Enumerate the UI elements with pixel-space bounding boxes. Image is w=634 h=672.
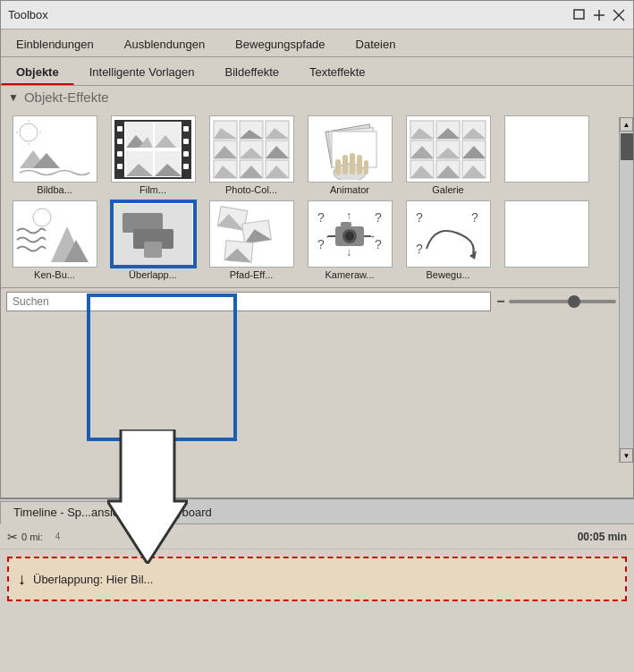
slider-minus-button[interactable]: − bbox=[496, 293, 504, 310]
tab-intelligente-vorlagen[interactable]: Intelligente Vorlagen bbox=[74, 60, 210, 85]
effect-label-kenbu: Ken-Bu... bbox=[34, 269, 75, 280]
effect-label-galerie: Galerie bbox=[432, 184, 463, 195]
ruler-start-time: 0 mi: bbox=[21, 532, 43, 542]
svg-rect-59 bbox=[342, 155, 348, 174]
tab-bewegungspfade[interactable]: Bewegungspfade bbox=[220, 32, 340, 56]
ruler-tick-4: 4 bbox=[55, 532, 61, 541]
ruler-end-time: 00:05 min bbox=[578, 531, 627, 543]
svg-text:?: ? bbox=[317, 237, 325, 251]
section-header: ▼ Objekt-Effekte bbox=[1, 86, 633, 108]
svg-rect-61 bbox=[357, 155, 362, 174]
svg-text:?: ? bbox=[416, 242, 423, 256]
effect-extra1 bbox=[498, 114, 595, 197]
pin-button[interactable] bbox=[592, 8, 606, 22]
effect-bildbahn[interactable]: Bildba... bbox=[6, 114, 103, 197]
window-title: Toolbox bbox=[8, 8, 48, 21]
svg-rect-58 bbox=[335, 159, 341, 175]
effect-label-ueberlapp: Überlapp... bbox=[129, 269, 177, 280]
svg-marker-120 bbox=[107, 430, 188, 564]
svg-text:?: ? bbox=[471, 210, 478, 225]
effect-thumb-bildbahn bbox=[13, 115, 97, 183]
effects-area: Bildba... bbox=[1, 108, 633, 287]
effect-label-animator: Animator bbox=[330, 184, 369, 195]
slider-thumb[interactable] bbox=[568, 295, 580, 308]
scroll-track[interactable] bbox=[620, 132, 633, 448]
effect-thumb-extra2 bbox=[504, 200, 589, 268]
tab-ausblendungen[interactable]: Ausblendungen bbox=[109, 32, 220, 56]
search-bar: − + bbox=[1, 287, 633, 315]
tab-row-1: Einblendungen Ausblendungen Bewegungspfa… bbox=[1, 30, 633, 57]
effect-film[interactable]: Film... bbox=[105, 114, 201, 197]
scissors-icon: ✂ bbox=[7, 530, 18, 544]
svg-rect-22 bbox=[183, 139, 189, 144]
effect-thumb-galerie bbox=[406, 115, 491, 183]
svg-rect-60 bbox=[350, 153, 355, 174]
effect-label-photo-col: Photo-Col... bbox=[225, 184, 277, 195]
svg-rect-24 bbox=[183, 164, 189, 169]
bottom-panel: Timeline - Sp...ansicht Storyboard ✂ 0 m… bbox=[0, 498, 634, 672]
svg-point-105 bbox=[345, 232, 354, 241]
svg-rect-119 bbox=[507, 204, 586, 265]
svg-rect-20 bbox=[117, 164, 123, 169]
effect-label-bewegung: Bewegu... bbox=[427, 269, 470, 280]
effect-thumb-film bbox=[111, 115, 196, 183]
effect-pfad[interactable]: Pfad-Eff... bbox=[203, 199, 300, 282]
svg-rect-21 bbox=[183, 126, 189, 132]
effect-thumb-animator bbox=[308, 115, 393, 183]
scroll-up-button[interactable]: ▲ bbox=[620, 117, 633, 132]
svg-text:?: ? bbox=[317, 210, 325, 225]
search-input[interactable] bbox=[6, 292, 491, 311]
section-title: Objekt-Effekte bbox=[24, 89, 109, 105]
effect-animator[interactable]: Animator bbox=[301, 114, 398, 197]
tab-objekte[interactable]: Objekte bbox=[1, 60, 74, 85]
scroll-down-button[interactable]: ▼ bbox=[620, 448, 633, 463]
svg-text:→: → bbox=[366, 230, 376, 242]
effect-thumb-ueberlapp bbox=[111, 200, 196, 268]
svg-rect-0 bbox=[574, 10, 584, 19]
svg-text:↑: ↑ bbox=[346, 209, 351, 222]
svg-text:?: ? bbox=[416, 210, 423, 225]
tab-einblendungen[interactable]: Einblendungen bbox=[1, 32, 109, 56]
effect-galerie[interactable]: Galerie bbox=[400, 114, 496, 197]
effect-thumb-photo-col bbox=[209, 115, 294, 183]
scroll-thumb[interactable] bbox=[621, 133, 633, 160]
tab-texteffekte[interactable]: Texteffekte bbox=[294, 60, 381, 85]
vertical-scrollbar[interactable]: ▲ ▼ bbox=[619, 117, 633, 463]
effect-label-bildbahn: Bildba... bbox=[37, 184, 72, 195]
title-bar: Toolbox bbox=[1, 1, 633, 30]
svg-rect-18 bbox=[117, 139, 123, 144]
effect-ueberlapp[interactable]: Überlapp... bbox=[105, 199, 201, 282]
effect-thumb-bewegung: ? ? ? ↓ bbox=[406, 200, 491, 268]
svg-text:?: ? bbox=[375, 210, 382, 225]
tab-row-2: Objekte Intelligente Vorlagen Bildeffekt… bbox=[1, 57, 633, 86]
effect-bewegung[interactable]: ? ? ? ↓ Bewegu... bbox=[400, 199, 496, 282]
svg-text:↓: ↓ bbox=[471, 243, 477, 256]
svg-rect-82 bbox=[507, 119, 586, 180]
big-arrow-indicator bbox=[107, 430, 188, 564]
effect-thumb-kamera: ? ? ? ? ← → bbox=[308, 200, 393, 268]
tab-dateien[interactable]: Dateien bbox=[341, 32, 411, 56]
effect-kamera[interactable]: ? ? ? ? ← → bbox=[301, 199, 398, 282]
svg-rect-23 bbox=[183, 151, 189, 157]
effect-label-pfad: Pfad-Eff... bbox=[230, 269, 274, 280]
tab-bildeffekte[interactable]: Bildeffekte bbox=[210, 60, 294, 85]
effect-thumb-extra1 bbox=[504, 115, 589, 183]
effect-kenbu[interactable]: Ken-Bu... bbox=[6, 199, 103, 282]
svg-rect-17 bbox=[117, 126, 123, 132]
effect-photo-col[interactable]: Photo-Col... bbox=[203, 114, 300, 197]
timeline-tab-row: Timeline - Sp...ansicht Storyboard bbox=[0, 499, 634, 524]
drop-arrow-icon: ↓ bbox=[18, 570, 26, 589]
svg-rect-106 bbox=[341, 222, 351, 227]
minimize-button[interactable] bbox=[572, 8, 587, 22]
drop-zone[interactable]: ↓ Überlappung: Hier Bil... bbox=[7, 557, 627, 601]
section-collapse-arrow[interactable]: ▼ bbox=[8, 91, 19, 104]
effects-grid: Bildba... bbox=[4, 112, 630, 284]
svg-rect-19 bbox=[117, 151, 123, 157]
svg-text:↓: ↓ bbox=[346, 246, 351, 259]
close-button[interactable] bbox=[612, 8, 626, 22]
effect-extra2 bbox=[498, 199, 595, 282]
svg-point-86 bbox=[33, 208, 51, 226]
title-bar-controls bbox=[572, 8, 626, 22]
slider-track[interactable] bbox=[509, 300, 616, 303]
slider-area: − + bbox=[496, 293, 628, 310]
